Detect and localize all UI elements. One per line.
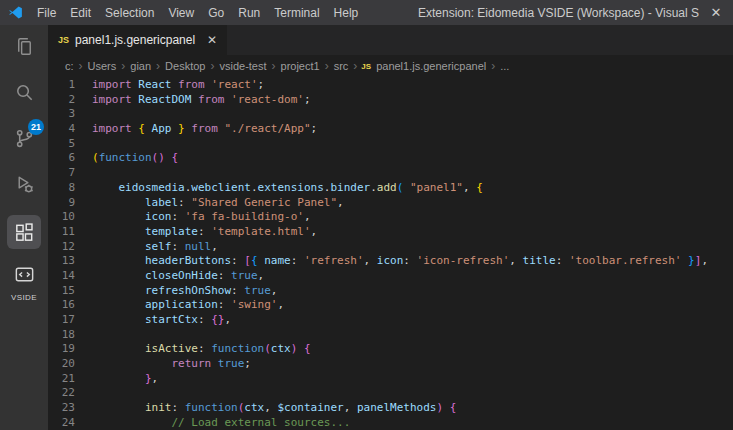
breadcrumb-item[interactable]: project1: [280, 60, 321, 72]
code-line[interactable]: 12 self: null,: [48, 240, 733, 255]
line-number[interactable]: 15: [48, 284, 75, 299]
tab-panel1-js-genericpanel[interactable]: JS panel1.js.genericpanel ✕: [48, 25, 227, 55]
line-number[interactable]: 21: [48, 372, 75, 387]
code-line[interactable]: 24 // Load external sources...: [48, 416, 733, 430]
code-line-content[interactable]: return true;: [75, 357, 251, 372]
code-line-content[interactable]: import React from 'react';: [75, 78, 264, 93]
breadcrumb-item[interactable]: gian: [129, 60, 152, 72]
code-line-content[interactable]: self: null,: [75, 240, 218, 255]
code-line-content[interactable]: eidosmedia.webclient.extensions.binder.a…: [75, 181, 483, 196]
code-line[interactable]: 21 },: [48, 372, 733, 387]
menu-terminal[interactable]: Terminal: [267, 6, 326, 20]
line-number[interactable]: 14: [48, 269, 75, 284]
activity-item-extensions[interactable]: [0, 209, 48, 255]
code-line[interactable]: 20 return true;: [48, 357, 733, 372]
menu-help[interactable]: Help: [327, 6, 366, 20]
activity-item-run-debug[interactable]: [0, 163, 48, 209]
code-line-content[interactable]: [75, 107, 92, 122]
code-line-content[interactable]: refreshOnShow: true,: [75, 284, 277, 299]
code-line[interactable]: 22: [48, 386, 733, 401]
line-number[interactable]: 18: [48, 328, 75, 343]
code-line-content[interactable]: // Load external sources...: [75, 416, 350, 430]
line-number[interactable]: 17: [48, 313, 75, 328]
code-line-content[interactable]: closeOnHide: true,: [75, 269, 264, 284]
code-line-content[interactable]: import { App } from "./react/App";: [75, 122, 317, 137]
line-number[interactable]: 24: [48, 416, 75, 430]
code-line-content[interactable]: init: function(ctx, $container, panelMet…: [75, 401, 456, 416]
code-line-content[interactable]: [75, 328, 92, 343]
code-line[interactable]: 14 closeOnHide: true,: [48, 269, 733, 284]
code-line-content[interactable]: isActive: function(ctx) {: [75, 342, 311, 357]
line-number[interactable]: 5: [48, 137, 75, 152]
code-line-content[interactable]: headerButtons: [{ name: 'refresh', icon:…: [75, 254, 708, 269]
line-number[interactable]: 23: [48, 401, 75, 416]
line-number[interactable]: 10: [48, 210, 75, 225]
activity-item-source-control[interactable]: 21: [0, 117, 48, 163]
code-line[interactable]: 3: [48, 107, 733, 122]
code-line-content[interactable]: icon: 'fa fa-building-o',: [75, 210, 311, 225]
code-line[interactable]: 18: [48, 328, 733, 343]
line-number[interactable]: 3: [48, 107, 75, 122]
code-line-content[interactable]: [75, 386, 92, 401]
code-line[interactable]: 2import ReactDOM from 'react-dom';: [48, 93, 733, 108]
code-line[interactable]: 23 init: function(ctx, $container, panel…: [48, 401, 733, 416]
breadcrumb-item[interactable]: Desktop: [164, 60, 206, 72]
line-number[interactable]: 6: [48, 151, 75, 166]
menu-view[interactable]: View: [161, 6, 201, 20]
line-number[interactable]: 12: [48, 240, 75, 255]
code-line[interactable]: 15 refreshOnShow: true,: [48, 284, 733, 299]
code-line[interactable]: 16 application: 'swing',: [48, 298, 733, 313]
menu-go[interactable]: Go: [201, 6, 231, 20]
code-editor[interactable]: 1import React from 'react';2import React…: [48, 77, 733, 430]
code-line[interactable]: 17 startCtx: {},: [48, 313, 733, 328]
line-number[interactable]: 22: [48, 386, 75, 401]
code-line[interactable]: 10 icon: 'fa fa-building-o',: [48, 210, 733, 225]
menu-edit[interactable]: Edit: [63, 6, 98, 20]
line-number[interactable]: 8: [48, 181, 75, 196]
code-line-content[interactable]: template: 'template.html',: [75, 225, 317, 240]
line-number[interactable]: 7: [48, 166, 75, 181]
code-line-content[interactable]: },: [75, 372, 158, 387]
line-number[interactable]: 19: [48, 342, 75, 357]
line-number[interactable]: 13: [48, 254, 75, 269]
code-line[interactable]: 5: [48, 137, 733, 152]
code-line[interactable]: 6(function() {: [48, 151, 733, 166]
breadcrumb-overflow[interactable]: ...: [499, 60, 510, 72]
code-token: .: [251, 181, 258, 194]
activity-item-vside[interactable]: VSIDE: [0, 255, 48, 311]
code-line[interactable]: 8 eidosmedia.webclient.extensions.binder…: [48, 181, 733, 196]
line-number[interactable]: 16: [48, 298, 75, 313]
code-line-content[interactable]: (function() {: [75, 151, 178, 166]
line-number[interactable]: 11: [48, 225, 75, 240]
breadcrumb-item[interactable]: src: [333, 60, 350, 72]
breadcrumb-item[interactable]: Users: [87, 60, 118, 72]
code-line-content[interactable]: [75, 137, 92, 152]
line-number[interactable]: 1: [48, 78, 75, 93]
code-line-content[interactable]: application: 'swing',: [75, 298, 284, 313]
breadcrumb-item[interactable]: c:: [64, 60, 75, 72]
code-line[interactable]: 4import { App } from "./react/App";: [48, 122, 733, 137]
breadcrumb-item[interactable]: vside-test: [218, 60, 267, 72]
code-line-content[interactable]: import ReactDOM from 'react-dom';: [75, 93, 311, 108]
code-line-content[interactable]: startCtx: {},: [75, 313, 231, 328]
line-number[interactable]: 4: [48, 122, 75, 137]
code-line[interactable]: 19 isActive: function(ctx) {: [48, 342, 733, 357]
code-line-content[interactable]: [75, 166, 92, 181]
menu-selection[interactable]: Selection: [98, 6, 161, 20]
code-line[interactable]: 1import React from 'react';: [48, 78, 733, 93]
code-line-content[interactable]: label: "Shared Generic Panel",: [75, 196, 344, 211]
line-number[interactable]: 9: [48, 196, 75, 211]
code-line[interactable]: 11 template: 'template.html',: [48, 225, 733, 240]
activity-item-search[interactable]: [0, 71, 48, 117]
line-number[interactable]: 2: [48, 93, 75, 108]
window-close-button[interactable]: ✕: [699, 0, 733, 25]
code-line[interactable]: 7: [48, 166, 733, 181]
tab-close-icon[interactable]: ✕: [207, 33, 217, 47]
menu-file[interactable]: File: [30, 6, 63, 20]
activity-item-explorer[interactable]: [0, 25, 48, 71]
line-number[interactable]: 20: [48, 357, 75, 372]
code-line[interactable]: 13 headerButtons: [{ name: 'refresh', ic…: [48, 254, 733, 269]
menu-run[interactable]: Run: [231, 6, 267, 20]
breadcrumb-file[interactable]: panel1.js.genericpanel: [375, 60, 487, 72]
code-line[interactable]: 9 label: "Shared Generic Panel",: [48, 196, 733, 211]
